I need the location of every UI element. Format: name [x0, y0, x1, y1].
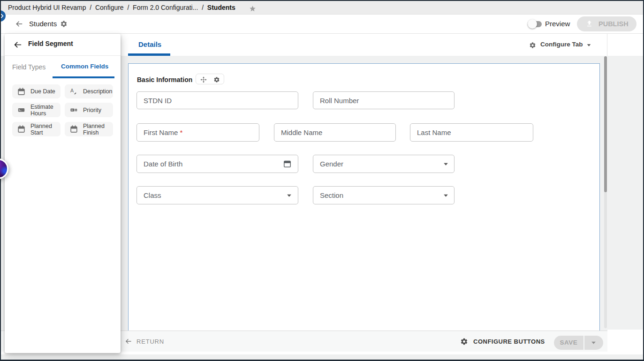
svg-text:A: A [70, 88, 74, 93]
